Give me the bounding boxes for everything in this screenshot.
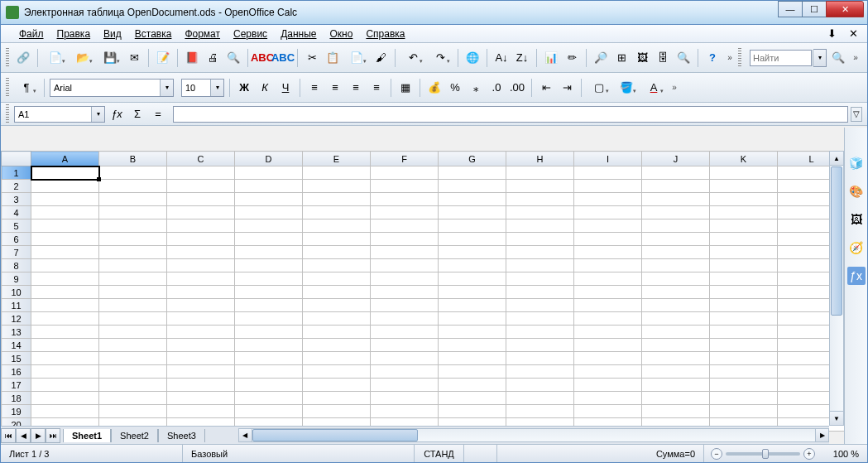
gallery-icon[interactable]: 🖼 [633,49,651,67]
cell-K13[interactable] [710,326,778,339]
cell-G12[interactable] [439,312,506,326]
cell-H3[interactable] [506,193,574,206]
decrease-indent-icon[interactable]: ⇤ [537,79,555,97]
borders-icon[interactable]: ▢ [587,79,611,97]
cell-E19[interactable] [303,405,371,418]
cell-A19[interactable] [31,405,99,418]
sheet-next-icon[interactable]: ▶ [31,428,46,443]
cell-F14[interactable] [371,339,439,352]
cell-F1[interactable] [371,166,439,180]
cell-H15[interactable] [506,352,574,365]
column-header-D[interactable]: D [235,152,303,166]
sort-asc-icon[interactable]: A↓ [492,49,511,67]
cell-H11[interactable] [506,299,574,312]
cell-I14[interactable] [574,339,642,352]
cell-B7[interactable] [99,246,167,259]
cell-B1[interactable] [99,166,167,180]
cell-F12[interactable] [371,312,439,326]
cell-I15[interactable] [574,352,642,365]
cell-H13[interactable] [506,326,574,339]
cell-I1[interactable] [574,166,642,180]
cell-H18[interactable] [506,392,574,405]
sheet-prev-icon[interactable]: ◀ [16,428,31,443]
cell-A14[interactable] [31,339,99,352]
menu-insert[interactable]: Вставка [128,27,179,41]
cell-E8[interactable] [303,259,371,272]
cell-A13[interactable] [31,326,99,339]
formula-expand-icon[interactable]: ▽ [851,107,862,122]
find-next-icon[interactable]: 🔍 [829,49,847,67]
cell-C13[interactable] [167,326,235,339]
cell-B3[interactable] [99,193,167,206]
cell-J17[interactable] [642,379,710,392]
fmt-grip[interactable] [6,78,9,98]
update-icon[interactable]: ⬇ [822,25,841,43]
menu-tools[interactable]: Сервис [227,27,274,41]
cell-G14[interactable] [439,339,506,352]
format-brush-icon[interactable]: 🖌 [372,49,390,67]
print-icon[interactable]: 🖨 [204,49,222,67]
cell-A7[interactable] [31,246,99,259]
maximize-button[interactable]: ☐ [802,1,827,17]
cell-A4[interactable] [31,206,99,219]
cell-H5[interactable] [506,219,574,233]
cell-J18[interactable] [642,392,710,405]
cell-B16[interactable] [99,365,167,379]
cell-A10[interactable] [31,286,99,299]
cell-F3[interactable] [371,193,439,206]
cell-B14[interactable] [99,339,167,352]
paste-icon[interactable]: 📄 [344,49,369,67]
cell-J13[interactable] [642,326,710,339]
cell-G13[interactable] [439,326,506,339]
underline-icon[interactable]: Ч [276,79,295,97]
zoom-icon[interactable]: 🔍 [674,49,693,67]
cell-H6[interactable] [506,233,574,246]
formula-input[interactable] [173,106,848,123]
scroll-right-icon[interactable]: ▶ [815,428,829,442]
cell-I11[interactable] [574,299,642,312]
cell-J14[interactable] [642,339,710,352]
cell-reference-box[interactable]: A1▾ [14,106,105,123]
cell-B9[interactable] [99,272,167,286]
find-replace-icon[interactable]: 🔎 [592,49,610,67]
cell-H17[interactable] [506,379,574,392]
currency-icon[interactable]: 💰 [425,79,444,97]
cell-D13[interactable] [235,326,303,339]
row-header-13[interactable]: 13 [2,326,31,339]
cell-K12[interactable] [710,312,778,326]
cell-I4[interactable] [574,206,642,219]
cell-E2[interactable] [303,180,371,193]
cell-B10[interactable] [99,286,167,299]
row-header-14[interactable]: 14 [2,339,31,352]
cell-H8[interactable] [506,259,574,272]
increase-indent-icon[interactable]: ⇥ [558,79,576,97]
find-overflow-icon[interactable]: » [850,46,861,70]
cell-E13[interactable] [303,326,371,339]
cell-C11[interactable] [167,299,235,312]
cell-K14[interactable] [710,339,778,352]
cell-K4[interactable] [710,206,778,219]
menu-help[interactable]: Справка [359,27,411,41]
cell-C14[interactable] [167,339,235,352]
cell-D17[interactable] [235,379,303,392]
cell-J8[interactable] [642,259,710,272]
cell-D15[interactable] [235,352,303,365]
cell-K18[interactable] [710,392,778,405]
cell-B13[interactable] [99,326,167,339]
cell-K15[interactable] [710,352,778,365]
column-header-A[interactable]: A [31,152,99,166]
open-url-icon[interactable]: 🔗 [14,49,32,67]
cell-B18[interactable] [99,392,167,405]
cell-B15[interactable] [99,352,167,365]
italic-icon[interactable]: К [256,79,274,97]
cell-A17[interactable] [31,379,99,392]
cell-C1[interactable] [167,166,235,180]
cell-J10[interactable] [642,286,710,299]
edit-doc-icon[interactable]: 📝 [154,49,172,67]
cell-K6[interactable] [710,233,778,246]
cell-D14[interactable] [235,339,303,352]
cell-F8[interactable] [371,259,439,272]
sheet-tab-Sheet1[interactable]: Sheet1 [63,429,111,442]
cell-E11[interactable] [303,299,371,312]
column-header-H[interactable]: H [506,152,574,166]
